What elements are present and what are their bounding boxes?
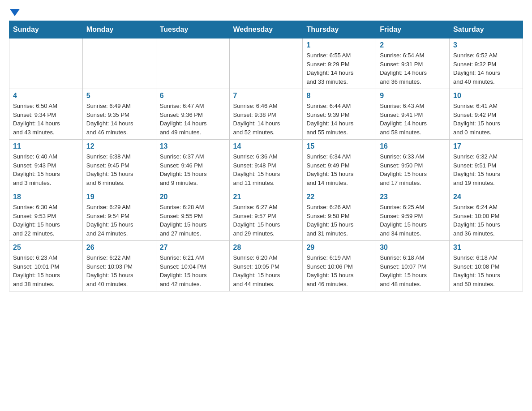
calendar-header-row: SundayMondayTuesdayWednesdayThursdayFrid… — [9, 21, 523, 39]
calendar-cell: 31Sunrise: 6:18 AM Sunset: 10:08 PM Dayl… — [450, 241, 523, 291]
day-number: 21 — [233, 193, 299, 201]
day-number: 30 — [380, 244, 446, 252]
day-number: 8 — [306, 92, 372, 100]
day-info: Sunrise: 6:22 AM Sunset: 10:03 PM Daylig… — [86, 253, 152, 288]
calendar-cell: 14Sunrise: 6:36 AM Sunset: 9:48 PM Dayli… — [229, 140, 303, 190]
calendar-cell: 23Sunrise: 6:25 AM Sunset: 9:59 PM Dayli… — [376, 190, 450, 241]
calendar-cell: 7Sunrise: 6:46 AM Sunset: 9:38 PM Daylig… — [229, 89, 303, 140]
day-info: Sunrise: 6:29 AM Sunset: 9:54 PM Dayligh… — [86, 203, 152, 238]
calendar-cell — [82, 39, 156, 89]
calendar-cell: 1Sunrise: 6:55 AM Sunset: 9:29 PM Daylig… — [303, 39, 376, 89]
week-row-1: 1Sunrise: 6:55 AM Sunset: 9:29 PM Daylig… — [9, 39, 523, 89]
day-number: 11 — [13, 142, 79, 150]
calendar-cell: 13Sunrise: 6:37 AM Sunset: 9:46 PM Dayli… — [156, 140, 229, 190]
column-header-friday: Friday — [376, 21, 450, 39]
calendar-cell: 12Sunrise: 6:38 AM Sunset: 9:45 PM Dayli… — [82, 140, 156, 190]
calendar-table: SundayMondayTuesdayWednesdayThursdayFrid… — [9, 21, 523, 291]
day-number: 20 — [160, 193, 226, 201]
calendar-cell: 6Sunrise: 6:47 AM Sunset: 9:36 PM Daylig… — [156, 89, 229, 140]
calendar-cell: 11Sunrise: 6:40 AM Sunset: 9:43 PM Dayli… — [9, 140, 83, 190]
day-info: Sunrise: 6:41 AM Sunset: 9:42 PM Dayligh… — [453, 102, 519, 137]
day-info: Sunrise: 6:36 AM Sunset: 9:48 PM Dayligh… — [233, 152, 299, 187]
day-number: 9 — [380, 92, 446, 100]
day-number: 2 — [380, 41, 446, 49]
day-info: Sunrise: 6:33 AM Sunset: 9:50 PM Dayligh… — [380, 152, 446, 187]
week-row-3: 11Sunrise: 6:40 AM Sunset: 9:43 PM Dayli… — [9, 140, 523, 190]
calendar-cell: 24Sunrise: 6:24 AM Sunset: 10:00 PM Dayl… — [450, 190, 523, 241]
calendar-cell: 19Sunrise: 6:29 AM Sunset: 9:54 PM Dayli… — [82, 190, 156, 241]
calendar-cell — [156, 39, 229, 89]
column-header-tuesday: Tuesday — [156, 21, 229, 39]
day-info: Sunrise: 6:24 AM Sunset: 10:00 PM Daylig… — [453, 203, 519, 238]
day-info: Sunrise: 6:27 AM Sunset: 9:57 PM Dayligh… — [233, 203, 299, 238]
calendar-cell: 16Sunrise: 6:33 AM Sunset: 9:50 PM Dayli… — [376, 140, 450, 190]
logo — [9, 9, 20, 12]
day-info: Sunrise: 6:18 AM Sunset: 10:08 PM Daylig… — [453, 253, 519, 288]
day-info: Sunrise: 6:44 AM Sunset: 9:39 PM Dayligh… — [306, 102, 372, 137]
day-number: 29 — [306, 244, 372, 252]
day-number: 14 — [233, 142, 299, 150]
calendar-cell: 26Sunrise: 6:22 AM Sunset: 10:03 PM Dayl… — [82, 241, 156, 291]
day-number: 4 — [13, 92, 79, 100]
column-header-wednesday: Wednesday — [229, 21, 303, 39]
day-number: 1 — [306, 41, 372, 49]
calendar-cell: 10Sunrise: 6:41 AM Sunset: 9:42 PM Dayli… — [450, 89, 523, 140]
day-number: 27 — [160, 244, 226, 252]
calendar-cell: 18Sunrise: 6:30 AM Sunset: 9:53 PM Dayli… — [9, 190, 83, 241]
calendar-cell: 29Sunrise: 6:19 AM Sunset: 10:06 PM Dayl… — [303, 241, 376, 291]
calendar-cell: 21Sunrise: 6:27 AM Sunset: 9:57 PM Dayli… — [229, 190, 303, 241]
day-info: Sunrise: 6:21 AM Sunset: 10:04 PM Daylig… — [160, 253, 226, 288]
page-header — [9, 9, 523, 12]
day-number: 25 — [13, 244, 79, 252]
calendar-cell: 22Sunrise: 6:26 AM Sunset: 9:58 PM Dayli… — [303, 190, 376, 241]
day-info: Sunrise: 6:43 AM Sunset: 9:41 PM Dayligh… — [380, 102, 446, 137]
day-number: 10 — [453, 92, 519, 100]
calendar-cell: 9Sunrise: 6:43 AM Sunset: 9:41 PM Daylig… — [376, 89, 450, 140]
day-number: 26 — [86, 244, 152, 252]
column-header-monday: Monday — [82, 21, 156, 39]
day-info: Sunrise: 6:34 AM Sunset: 9:49 PM Dayligh… — [306, 152, 372, 187]
column-header-thursday: Thursday — [303, 21, 376, 39]
column-header-sunday: Sunday — [9, 21, 83, 39]
week-row-5: 25Sunrise: 6:23 AM Sunset: 10:01 PM Dayl… — [9, 241, 523, 291]
day-number: 17 — [453, 142, 519, 150]
day-number: 13 — [160, 142, 226, 150]
day-number: 22 — [306, 193, 372, 201]
day-number: 24 — [453, 193, 519, 201]
week-row-2: 4Sunrise: 6:50 AM Sunset: 9:34 PM Daylig… — [9, 89, 523, 140]
day-info: Sunrise: 6:28 AM Sunset: 9:55 PM Dayligh… — [160, 203, 226, 238]
calendar-cell: 28Sunrise: 6:20 AM Sunset: 10:05 PM Dayl… — [229, 241, 303, 291]
calendar-cell — [9, 39, 83, 89]
day-info: Sunrise: 6:46 AM Sunset: 9:38 PM Dayligh… — [233, 102, 299, 137]
logo-triangle-icon — [10, 9, 20, 16]
day-info: Sunrise: 6:20 AM Sunset: 10:05 PM Daylig… — [233, 253, 299, 288]
calendar-cell: 15Sunrise: 6:34 AM Sunset: 9:49 PM Dayli… — [303, 140, 376, 190]
day-info: Sunrise: 6:55 AM Sunset: 9:29 PM Dayligh… — [306, 51, 372, 86]
day-info: Sunrise: 6:30 AM Sunset: 9:53 PM Dayligh… — [13, 203, 79, 238]
calendar-cell — [229, 39, 303, 89]
day-number: 3 — [453, 41, 519, 49]
day-number: 7 — [233, 92, 299, 100]
week-row-4: 18Sunrise: 6:30 AM Sunset: 9:53 PM Dayli… — [9, 190, 523, 241]
day-number: 15 — [306, 142, 372, 150]
calendar-cell: 3Sunrise: 6:52 AM Sunset: 9:32 PM Daylig… — [450, 39, 523, 89]
calendar-cell: 17Sunrise: 6:32 AM Sunset: 9:51 PM Dayli… — [450, 140, 523, 190]
day-number: 5 — [86, 92, 152, 100]
calendar-cell: 20Sunrise: 6:28 AM Sunset: 9:55 PM Dayli… — [156, 190, 229, 241]
day-info: Sunrise: 6:37 AM Sunset: 9:46 PM Dayligh… — [160, 152, 226, 187]
day-info: Sunrise: 6:49 AM Sunset: 9:35 PM Dayligh… — [86, 102, 152, 137]
calendar-cell: 4Sunrise: 6:50 AM Sunset: 9:34 PM Daylig… — [9, 89, 83, 140]
day-info: Sunrise: 6:54 AM Sunset: 9:31 PM Dayligh… — [380, 51, 446, 86]
column-header-saturday: Saturday — [450, 21, 523, 39]
day-info: Sunrise: 6:52 AM Sunset: 9:32 PM Dayligh… — [453, 51, 519, 86]
day-number: 19 — [86, 193, 152, 201]
calendar-cell: 2Sunrise: 6:54 AM Sunset: 9:31 PM Daylig… — [376, 39, 450, 89]
calendar-cell: 30Sunrise: 6:18 AM Sunset: 10:07 PM Dayl… — [376, 241, 450, 291]
day-number: 23 — [380, 193, 446, 201]
day-number: 16 — [380, 142, 446, 150]
day-number: 18 — [13, 193, 79, 201]
calendar-cell: 25Sunrise: 6:23 AM Sunset: 10:01 PM Dayl… — [9, 241, 83, 291]
calendar-cell: 5Sunrise: 6:49 AM Sunset: 9:35 PM Daylig… — [82, 89, 156, 140]
day-info: Sunrise: 6:19 AM Sunset: 10:06 PM Daylig… — [306, 253, 372, 288]
day-info: Sunrise: 6:26 AM Sunset: 9:58 PM Dayligh… — [306, 203, 372, 238]
